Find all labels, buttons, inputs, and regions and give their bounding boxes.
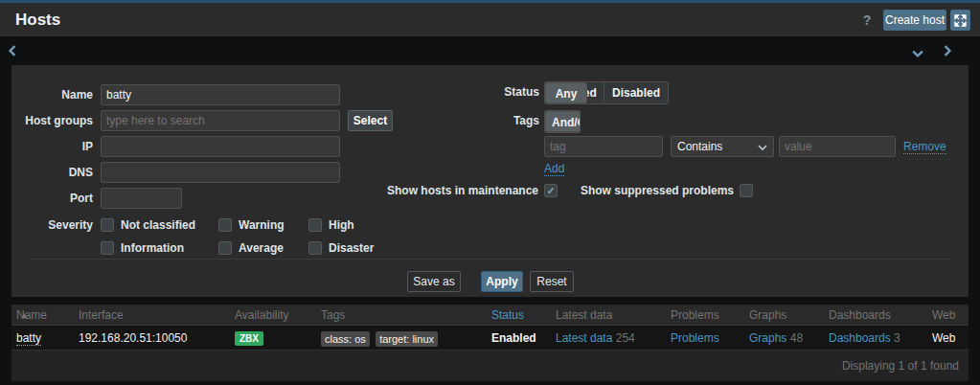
checkbox-warning[interactable] [218,218,232,232]
name-label: Name [11,84,93,105]
availability-cell: ZBX [235,326,263,351]
tag-value-input[interactable] [779,136,896,157]
web-cell-disabled: Web [932,326,955,351]
severity-high[interactable]: High [308,215,354,236]
show-maintenance-label: Show hosts in maintenance [299,180,538,201]
kiosk-mode-button[interactable] [950,10,970,31]
checkbox-information[interactable] [101,241,114,255]
checkbox-high[interactable] [308,218,322,232]
table-footer: Displaying 1 of 1 found [11,351,969,381]
show-suppressed-label: Show suppressed problems [542,180,734,201]
page-title: Hosts [15,3,60,36]
status-option-any[interactable]: Any [545,82,587,103]
tag-add-link[interactable]: Add [544,162,564,176]
tag-operator-value: Contains [677,140,722,153]
sort-ascending-icon: ▲ [20,305,29,326]
interface-cell: 192.168.20.51:10050 [79,326,187,351]
latest-data-count: 254 [616,331,635,345]
column-header-availability: Availability [235,305,288,326]
severity-option-label: Not classified [121,215,195,236]
host-name-cell: batty [16,326,41,351]
problems-cell: Problems [671,326,719,351]
checkbox-not-classified[interactable] [101,218,114,232]
tags-operator-segmented-control: And/Or Or [544,110,581,133]
tag-badge: target: linux [376,331,438,347]
host-name-link[interactable]: batty [16,331,41,346]
name-input[interactable] [101,84,340,105]
filter-divider [29,259,951,260]
tag-remove-link[interactable]: Remove [903,140,946,154]
column-header-dashboards: Dashboards [829,305,891,326]
tag-name-input[interactable] [544,136,663,157]
severity-option-label: Information [121,238,184,259]
ip-label: IP [11,136,93,157]
column-header-status[interactable]: Status [491,305,524,326]
table-header-row: Name▲ Interface Availability Tags Status… [11,305,969,326]
severity-option-label: Average [239,238,284,259]
zbx-availability-badge: ZBX [235,331,263,346]
filter-panel: Name Host groups IP DNS Port Severity Se… [11,65,969,297]
chevron-left-icon[interactable] [8,45,17,59]
severity-not-classified[interactable]: Not classified [101,215,195,236]
graphs-link[interactable]: Graphs [749,331,786,345]
tag-badge: class: os [321,331,370,347]
host-groups-select-button[interactable]: Select [348,110,393,131]
page-header: Hosts ? Create host [0,3,980,36]
column-header-web: Web [932,305,955,326]
chevron-down-icon[interactable] [912,48,923,61]
chevron-right-icon[interactable] [943,45,952,59]
column-header-problems: Problems [671,305,719,326]
column-header-latest-data: Latest data [556,305,612,326]
tags-label: Tags [396,110,539,131]
reset-button[interactable]: Reset [530,271,574,292]
column-header-graphs: Graphs [749,305,786,326]
severity-warning[interactable]: Warning [218,215,285,236]
severity-option-label: High [329,215,354,236]
show-suppressed-checkbox[interactable] [740,184,753,197]
status-option-disabled[interactable]: Disabled [604,82,668,103]
severity-option-label: Disaster [329,238,374,259]
severity-disaster[interactable]: Disaster [308,238,374,259]
port-input[interactable] [101,188,182,209]
dns-label: DNS [11,162,93,183]
ip-input[interactable] [101,136,340,157]
help-icon[interactable]: ? [859,10,875,31]
status-segmented-control: Any Enabled Disabled [544,81,669,104]
status-cell: Enabled [491,326,536,351]
latest-data-cell: Latest data 254 [556,326,635,351]
expand-icon [954,16,967,30]
dashboards-link[interactable]: Dashboards [829,331,891,345]
create-host-button[interactable]: Create host [883,10,946,31]
checkbox-disaster[interactable] [308,241,322,255]
severity-label: Severity [11,215,93,236]
graphs-count: 48 [790,331,803,345]
latest-data-link[interactable]: Latest data [556,331,612,345]
host-groups-input[interactable] [101,110,340,131]
save-as-button[interactable]: Save as [407,271,461,292]
graphs-cell: Graphs 48 [749,326,803,351]
checkbox-average[interactable] [218,241,232,255]
tags-option-andor[interactable]: And/Or [545,111,581,132]
apply-button[interactable]: Apply [481,271,523,292]
port-label: Port [11,188,93,209]
column-header-tags: Tags [321,305,345,326]
dashboards-count: 3 [894,331,900,345]
severity-average[interactable]: Average [218,238,284,259]
severity-information[interactable]: Information [101,238,184,259]
status-label: Status [396,81,539,102]
chevron-down-icon [758,144,767,151]
filter-tab-bar [0,36,980,65]
hosts-table: Name▲ Interface Availability Tags Status… [11,305,969,381]
tag-operator-select[interactable]: Contains [671,136,774,157]
problems-link[interactable]: Problems [671,331,719,345]
severity-option-label: Warning [239,215,285,236]
dashboards-cell: Dashboards 3 [829,326,900,351]
column-header-interface: Interface [79,305,124,326]
tags-cell: class: os target: linux [321,326,441,351]
table-row: batty 192.168.20.51:10050 ZBX class: os … [11,326,969,351]
host-groups-label: Host groups [11,110,93,131]
displaying-count-text: Displaying 1 of 1 found [842,359,959,373]
